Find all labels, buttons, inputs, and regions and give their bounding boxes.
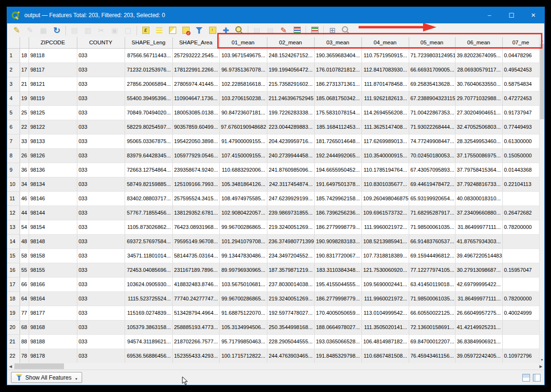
cell[interactable]: 30.27913098687... bbox=[455, 263, 502, 277]
filter-form-icon[interactable] bbox=[193, 25, 205, 36]
cell[interactable]: 111.9960021972... bbox=[361, 291, 409, 306]
cell[interactable]: 69.44619478472... bbox=[409, 177, 455, 191]
cell[interactable]: 109.5690002441... bbox=[361, 277, 409, 291]
cell[interactable]: 110.7571950915... bbox=[361, 48, 409, 62]
cell[interactable]: 34 bbox=[20, 177, 29, 191]
cell[interactable]: 98164 bbox=[29, 291, 77, 306]
cell[interactable]: 83979.64428345... bbox=[125, 148, 172, 163]
vertical-scroll-thumb[interactable] bbox=[540, 44, 544, 119]
cell[interactable]: 186.2779998779... bbox=[314, 220, 361, 234]
cell[interactable]: 99.96700286865... bbox=[219, 220, 267, 234]
cell[interactable]: 27.30204904651... bbox=[455, 105, 502, 120]
cell[interactable]: 0.78200000 bbox=[502, 220, 539, 234]
cell[interactable]: 109.6961573732... bbox=[361, 206, 409, 220]
row-number[interactable]: 2 bbox=[7, 62, 20, 77]
horizontal-scroll-thumb[interactable] bbox=[14, 363, 64, 369]
row-number[interactable]: 12 bbox=[7, 206, 20, 220]
cell[interactable]: 176.0107821812... bbox=[314, 62, 361, 77]
cell[interactable] bbox=[502, 191, 539, 206]
cell[interactable]: 41.42149925231... bbox=[455, 320, 502, 334]
cell[interactable]: 033 bbox=[77, 105, 125, 120]
cell[interactable]: 215.7358291602... bbox=[267, 77, 314, 91]
cell[interactable]: 37.79758415364... bbox=[455, 163, 502, 177]
cell[interactable]: 98134 bbox=[29, 177, 77, 191]
cell[interactable]: 29.70771032988... bbox=[455, 91, 502, 105]
cell[interactable]: 248.1524267152... bbox=[267, 48, 314, 62]
cell[interactable]: 0.47272453 bbox=[502, 91, 539, 105]
cell[interactable]: 195422050.3898... bbox=[172, 134, 219, 148]
cell[interactable]: 64 bbox=[20, 291, 29, 306]
cell[interactable]: 41.87657934303... bbox=[455, 234, 502, 248]
row-number[interactable]: 3 bbox=[7, 77, 20, 91]
cell[interactable]: 97.6760190948682 bbox=[219, 120, 267, 134]
cell[interactable]: 98122 bbox=[29, 120, 77, 134]
cell[interactable]: 0.15050000 bbox=[502, 148, 539, 163]
cell[interactable]: 66.60550022125... bbox=[409, 306, 455, 320]
cell[interactable]: 117.6269989013... bbox=[361, 134, 409, 148]
cell[interactable]: 0.15957047 bbox=[502, 263, 539, 277]
maximize-icon[interactable] bbox=[500, 7, 522, 23]
cell[interactable]: 033 bbox=[77, 248, 125, 263]
cell[interactable]: 79595149.96708... bbox=[172, 234, 219, 248]
cell[interactable]: 239358674.9240... bbox=[172, 163, 219, 177]
cell[interactable]: 237.8030014038... bbox=[267, 277, 314, 291]
cell[interactable]: 0.04478296 bbox=[502, 48, 539, 62]
show-all-features-button[interactable]: Show All Features ▾ bbox=[11, 372, 82, 383]
cell[interactable]: 0.91737947 bbox=[502, 105, 539, 120]
cell[interactable]: 72663.12754864... bbox=[125, 163, 172, 177]
cell[interactable]: 218702266.7577... bbox=[172, 334, 219, 349]
column-header[interactable]: 05_mean bbox=[409, 37, 455, 48]
row-number[interactable]: 22 bbox=[7, 349, 20, 363]
cell[interactable]: 107.4150009155... bbox=[219, 148, 267, 163]
cell[interactable]: 180053085.0138... bbox=[172, 105, 219, 120]
cell[interactable]: 40.08300018310... bbox=[455, 191, 502, 206]
cell[interactable]: 110.6867481508... bbox=[361, 349, 409, 363]
cell[interactable]: 69.15944496812... bbox=[409, 248, 455, 263]
cell[interactable]: 231167189.7896... bbox=[172, 263, 219, 277]
scroll-left-icon[interactable]: ◀ bbox=[9, 364, 12, 369]
cell[interactable]: 105977929.0546... bbox=[172, 148, 219, 163]
switch-to-form-view-icon[interactable] bbox=[533, 374, 540, 382]
cell[interactable]: 98154 bbox=[29, 220, 77, 234]
move-selection-to-top-icon[interactable] bbox=[207, 25, 218, 36]
cell[interactable]: 70.02450180053... bbox=[409, 148, 455, 163]
cell[interactable]: 114.2694556208... bbox=[361, 105, 409, 120]
cell[interactable]: 185.7429962158... bbox=[314, 191, 361, 206]
cell[interactable]: 194.6655950452... bbox=[314, 163, 361, 177]
cell[interactable]: 110.1785194764... bbox=[361, 163, 409, 177]
cell[interactable]: 71.7239803124951 bbox=[409, 48, 455, 62]
cell[interactable]: 58229.80254597... bbox=[125, 120, 172, 134]
column-header[interactable]: 02_mean bbox=[267, 37, 314, 48]
scroll-right-icon[interactable]: ▶ bbox=[540, 364, 542, 369]
row-number[interactable]: 19 bbox=[7, 306, 20, 320]
cell[interactable]: 91.68875122070... bbox=[219, 306, 267, 320]
cell[interactable]: 111.3505020141... bbox=[361, 320, 409, 334]
cell[interactable]: 033 bbox=[77, 277, 125, 291]
reload-table-icon[interactable] bbox=[51, 25, 63, 36]
cell[interactable]: 418832483.8746... bbox=[172, 277, 219, 291]
select-by-expression-icon[interactable] bbox=[140, 25, 151, 36]
cell[interactable]: 69.84700012207... bbox=[409, 334, 455, 349]
cell[interactable]: 105.3134994506... bbox=[219, 320, 267, 334]
cell[interactable]: 72.13600158691... bbox=[409, 320, 455, 334]
cell[interactable]: 211.246396752945 bbox=[267, 91, 314, 105]
cell[interactable]: 223.0044289883... bbox=[267, 120, 314, 134]
cell[interactable]: 0.40024999 bbox=[502, 306, 539, 320]
cell[interactable]: 110.6883292006... bbox=[219, 163, 267, 177]
vertical-scrollbar[interactable]: ▲ ▼ bbox=[539, 37, 544, 363]
cell[interactable]: 98144 bbox=[29, 206, 77, 220]
cell[interactable]: 98168 bbox=[29, 320, 77, 334]
cell[interactable]: 55400.39495396... bbox=[125, 91, 172, 105]
cell[interactable]: 033 bbox=[77, 62, 125, 77]
cell[interactable]: 103.5675010681... bbox=[219, 277, 267, 291]
row-number[interactable]: 21 bbox=[7, 334, 20, 349]
cell[interactable]: 105379.3863158... bbox=[125, 320, 172, 334]
cell[interactable]: 188.0664978027... bbox=[314, 320, 361, 334]
cell[interactable]: 108.5213985941... bbox=[361, 234, 409, 248]
cell[interactable]: 152355433.4293... bbox=[172, 349, 219, 363]
close-icon[interactable] bbox=[522, 7, 544, 23]
cell[interactable]: 191.6497501378... bbox=[314, 177, 361, 191]
row-number[interactable]: 5 bbox=[7, 105, 20, 120]
cell[interactable]: 1105.873026862... bbox=[125, 220, 172, 234]
cell[interactable]: 1115.523725524... bbox=[125, 291, 172, 306]
